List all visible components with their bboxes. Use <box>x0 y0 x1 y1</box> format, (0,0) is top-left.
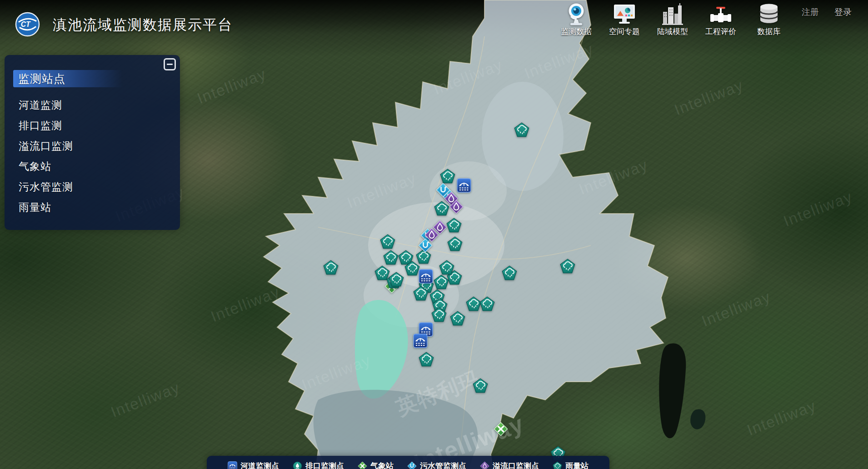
marker-rain-station[interactable] <box>419 352 434 367</box>
nav-monitoring-data[interactable]: 监测数据 <box>555 2 597 37</box>
marker-rain-station[interactable] <box>479 296 495 311</box>
top-nav: 监测数据 空间专题 陆域模型 <box>555 2 790 37</box>
legend-label: 气象站 <box>370 461 394 469</box>
legend-label: 污水管监测点 <box>420 461 466 469</box>
app-window: CT 滇池流域监测数据展示平台 监测数据 空间专题 <box>0 0 868 469</box>
marker-overflow-station[interactable] <box>449 200 464 214</box>
nav-label: 空间专题 <box>609 26 640 37</box>
sidebar-item-overflow-monitoring[interactable]: 溢流口监测 <box>5 136 180 156</box>
east-dark-lake <box>659 344 686 439</box>
marker-rain-station[interactable] <box>560 259 575 274</box>
marker-rain-station[interactable] <box>380 234 395 249</box>
monitor-chart-icon <box>613 2 636 26</box>
legend-outlet-icon <box>293 461 302 469</box>
sidebar-item-rain-station[interactable]: 雨量站 <box>5 197 180 218</box>
marker-rain-station[interactable] <box>473 378 488 393</box>
platform-logo[interactable]: CT <box>15 12 40 37</box>
marker-rain-station[interactable] <box>439 260 454 275</box>
legend-label: 排口监测点 <box>305 461 344 469</box>
marker-rain-station[interactable] <box>450 311 465 326</box>
login-link[interactable]: 登录 <box>834 6 852 18</box>
map-legend-bar: 河道监测点 排口监测点 气象站 污水管监测点 溢流口监测点 <box>207 456 609 469</box>
marker-river-station[interactable] <box>413 334 428 348</box>
marker-overflow-station[interactable] <box>424 228 439 242</box>
sidebar-item-weather-station[interactable]: 气象站 <box>5 156 180 177</box>
legend-rain-icon <box>553 461 562 469</box>
webcam-icon <box>564 2 588 26</box>
nav-label: 数据库 <box>758 26 781 37</box>
marker-rain-station[interactable] <box>323 260 339 275</box>
marker-rain-station[interactable] <box>389 272 404 287</box>
legend-item-river[interactable]: 河道监测点 <box>228 461 279 469</box>
marker-rain-station[interactable] <box>446 218 462 233</box>
nav-database[interactable]: 数据库 <box>748 2 790 37</box>
legend-item-rain[interactable]: 雨量站 <box>553 461 589 469</box>
legend-river-icon <box>228 461 237 469</box>
marker-rain-station[interactable] <box>447 236 463 251</box>
register-link[interactable]: 注册 <box>802 6 819 18</box>
marker-river-station[interactable] <box>419 269 433 284</box>
marker-rain-station[interactable] <box>383 250 399 265</box>
page-title: 滇池流域监测数据展示平台 <box>53 15 233 35</box>
nav-label: 工程评价 <box>705 26 736 37</box>
legend-label: 雨量站 <box>565 461 589 469</box>
legend-item-sewage[interactable]: 污水管监测点 <box>407 461 466 469</box>
legend-label: 河道监测点 <box>240 461 279 469</box>
marker-rain-station[interactable] <box>502 265 517 280</box>
sidebar-item-sewage-pipe-monitoring[interactable]: 污水管监测 <box>5 177 180 197</box>
nav-spatial-topics[interactable]: 空间专题 <box>604 2 645 37</box>
monitoring-stations-panel: 监测站点 河道监测排口监测溢流口监测气象站污水管监测雨量站 <box>5 55 180 230</box>
nav-label: 监测数据 <box>561 26 592 37</box>
nav-land-model[interactable]: 陆域模型 <box>652 2 693 37</box>
city-buildings-icon <box>661 2 684 26</box>
legend-label: 溢流口监测点 <box>493 461 539 469</box>
marker-rain-station[interactable] <box>431 307 447 322</box>
legend-item-weather[interactable]: 气象站 <box>358 461 394 469</box>
nav-project-evaluation[interactable]: 工程评价 <box>700 2 742 37</box>
nav-label: 陆域模型 <box>657 26 688 37</box>
marker-rain-station[interactable] <box>404 261 420 276</box>
marker-river-station[interactable] <box>457 178 471 193</box>
svg-text:CT: CT <box>21 20 31 28</box>
marker-rain-station[interactable] <box>413 286 429 301</box>
station-type-list: 河道监测排口监测溢流口监测气象站污水管监测雨量站 <box>5 95 180 218</box>
legend-sewage-icon <box>407 461 417 469</box>
minus-icon <box>167 64 173 65</box>
collapse-panel-button[interactable] <box>164 58 176 70</box>
panel-title-monitoring-stations[interactable]: 监测站点 <box>13 70 122 87</box>
marker-weather-station[interactable] <box>494 422 508 436</box>
legend-overflow-icon <box>480 461 489 469</box>
sidebar-item-river-monitoring[interactable]: 河道监测 <box>5 95 180 115</box>
marker-rain-station[interactable] <box>440 169 455 184</box>
legend-item-outlet[interactable]: 排口监测点 <box>293 461 344 469</box>
legend-item-overflow[interactable]: 溢流口监测点 <box>480 461 539 469</box>
legend-weather-icon <box>358 461 367 469</box>
pipe-valve-icon <box>709 2 733 26</box>
sidebar-item-outlet-monitoring[interactable]: 排口监测 <box>5 115 180 136</box>
marker-rain-station[interactable] <box>466 296 481 311</box>
database-cylinder-icon <box>757 2 781 26</box>
marker-rain-station[interactable] <box>514 122 529 137</box>
